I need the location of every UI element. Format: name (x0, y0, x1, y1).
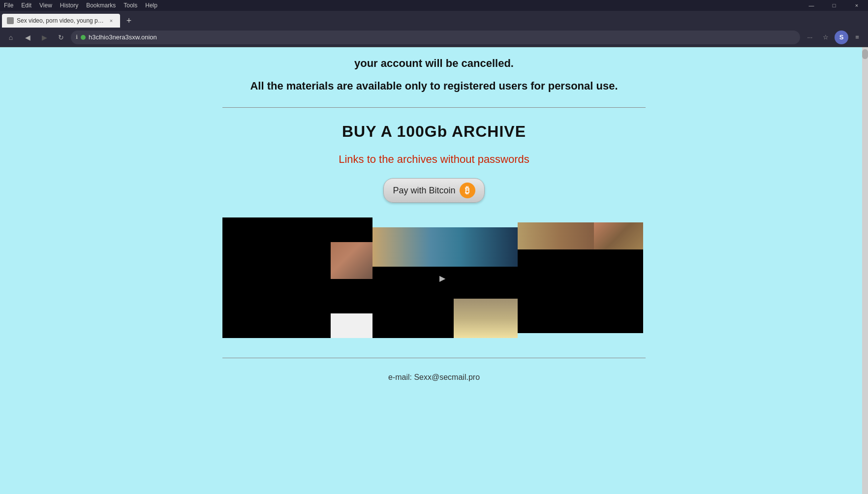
hamburger-button[interactable]: ≡ (850, 31, 864, 44)
window-controls: — □ × (800, 0, 868, 11)
more-button[interactable]: ··· (803, 31, 817, 44)
image-1-bottom-thumb (331, 313, 372, 338)
archive-title: BUY A 100Gb ARCHIVE (342, 123, 526, 141)
menu-history[interactable]: History (60, 2, 78, 9)
minimize-button[interactable]: — (800, 0, 823, 11)
links-text: Links to the archives without passwords (339, 153, 529, 166)
bookmark-button[interactable]: ☆ (819, 31, 833, 44)
image-grid: ▶ (222, 217, 646, 338)
scrollbar-track[interactable] (862, 47, 868, 494)
active-tab[interactable]: Sex video, porn video, young porn × (2, 14, 120, 28)
materials-text: All the materials are available only to … (250, 80, 618, 93)
pay-bitcoin-button[interactable]: Pay with Bitcoin ₿ (383, 178, 484, 203)
menu-file[interactable]: File (4, 2, 13, 9)
play-icon: ▶ (439, 274, 445, 283)
menu-tools[interactable]: Tools (124, 2, 137, 9)
image-1-face-thumbnail (331, 242, 372, 279)
back-icon: ◀ (25, 33, 31, 41)
reload-icon: ↻ (58, 33, 64, 41)
menu-bookmarks[interactable]: Bookmarks (86, 2, 116, 9)
address-text: h3clhio3nera3sxw.onion (89, 33, 795, 41)
menu-edit[interactable]: Edit (21, 2, 31, 9)
image-cell-3 (518, 222, 643, 333)
forward-button[interactable]: ▶ (37, 31, 51, 44)
page-content: your account will be cancelled. All the … (0, 47, 868, 494)
close-button[interactable]: × (845, 0, 868, 11)
star-icon: ☆ (823, 33, 829, 41)
nav-right-actions: ··· ☆ S ≡ (803, 31, 864, 44)
hamburger-icon: ≡ (855, 33, 859, 41)
image-cell-1 (222, 217, 372, 338)
browser-window: File Edit View History Bookmarks Tools H… (0, 0, 868, 494)
bottom-divider (222, 358, 646, 358)
secure-indicator (81, 35, 86, 40)
nav-bar: ⌂ ◀ ▶ ↻ ℹ h3clhio3nera3sxw.onion ··· ☆ S… (0, 28, 868, 47)
email-text: e-mail: Sexx@secmail.pro (388, 373, 480, 382)
tab-bar: Sex video, porn video, young porn × + (0, 11, 868, 28)
cancelled-text: your account will be cancelled. (354, 57, 514, 70)
info-icon: ℹ (76, 34, 78, 40)
reload-button[interactable]: ↻ (54, 31, 68, 44)
more-icon: ··· (807, 33, 813, 41)
new-tab-button[interactable]: + (122, 14, 136, 28)
address-bar[interactable]: ℹ h3clhio3nera3sxw.onion (71, 31, 800, 44)
tab-favicon (7, 17, 14, 24)
home-button[interactable]: ⌂ (4, 31, 18, 44)
image-3-face-area (594, 222, 643, 249)
scrollbar-thumb[interactable] (862, 49, 868, 59)
home-icon: ⌂ (9, 33, 13, 41)
pay-button-label: Pay with Bitcoin (393, 185, 455, 196)
tab-close-button[interactable]: × (107, 17, 115, 25)
top-divider (222, 107, 646, 108)
bitcoin-icon: ₿ (460, 183, 475, 198)
image-2-top-area (372, 227, 518, 267)
menu-bar: File Edit View History Bookmarks Tools H… (0, 0, 868, 11)
forward-icon: ▶ (42, 33, 47, 41)
image-cell-2: ▶ (372, 227, 518, 338)
menu-view[interactable]: View (39, 2, 52, 9)
maximize-button[interactable]: □ (823, 0, 845, 11)
profile-button[interactable]: S (835, 31, 848, 44)
back-button[interactable]: ◀ (21, 31, 34, 44)
menu-help[interactable]: Help (145, 2, 157, 9)
tab-title: Sex video, porn video, young porn (17, 17, 104, 24)
image-2-bottom-right (454, 299, 518, 338)
